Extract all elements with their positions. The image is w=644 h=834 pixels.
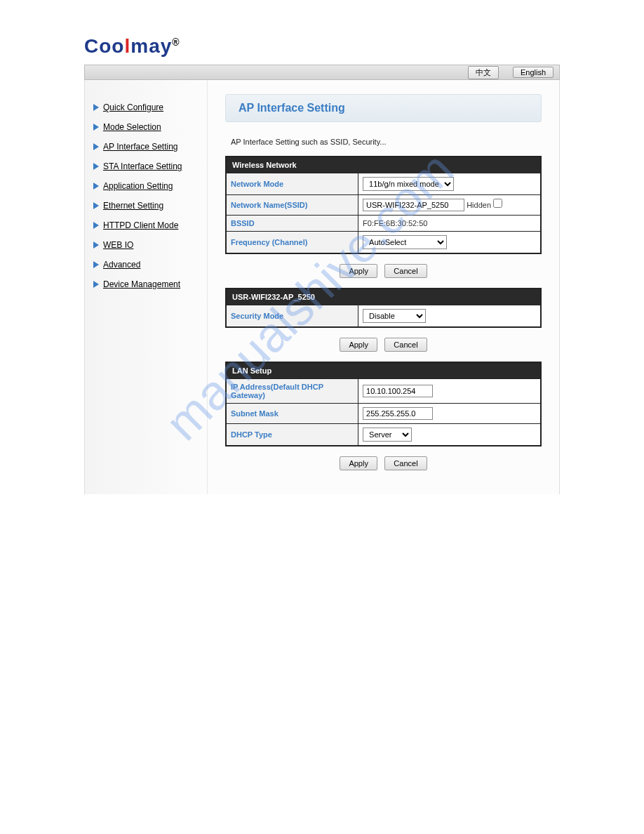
sidebar-item-quick-configure[interactable]: Quick Configure xyxy=(92,98,200,117)
sidebar-item-device-management[interactable]: Device Management xyxy=(92,274,200,294)
sidebar: Quick Configure Mode Selection AP Interf… xyxy=(85,80,208,494)
ssid-label: Network Name(SSID) xyxy=(226,195,358,216)
dhcp-type-select[interactable]: Server xyxy=(363,428,412,442)
arrow-icon xyxy=(93,183,99,190)
lang-chinese-button[interactable]: 中文 xyxy=(468,66,499,79)
ip-address-label: IP Address(Default DHCP Gateway) xyxy=(226,379,358,404)
sidebar-item-label: Device Management xyxy=(103,279,180,289)
bssid-label: BSSID xyxy=(226,216,358,232)
sidebar-item-label: WEB IO xyxy=(103,240,133,250)
apply-button[interactable]: Apply xyxy=(340,264,377,278)
arrow-icon xyxy=(93,163,99,170)
ip-address-input[interactable] xyxy=(363,385,433,397)
sidebar-item-label: Ethernet Setting xyxy=(103,201,163,211)
sidebar-item-ap-interface[interactable]: AP Interface Setting xyxy=(92,137,200,157)
arrow-icon xyxy=(93,143,99,150)
lan-head: LAN Setup xyxy=(226,362,541,379)
arrow-icon xyxy=(93,202,99,209)
page-description: AP Interface Setting such as SSID, Secur… xyxy=(225,135,542,156)
security-mode-label: Security Mode xyxy=(226,305,358,328)
cancel-button[interactable]: Cancel xyxy=(384,338,427,352)
arrow-icon xyxy=(93,222,99,229)
sidebar-item-label: HTTPD Client Mode xyxy=(103,220,178,230)
sidebar-item-application[interactable]: Application Setting xyxy=(92,176,200,196)
sidebar-item-label: Application Setting xyxy=(103,181,173,191)
ssid-input[interactable] xyxy=(363,199,464,211)
sidebar-item-ethernet[interactable]: Ethernet Setting xyxy=(92,196,200,216)
sidebar-item-sta-interface[interactable]: STA Interface Setting xyxy=(92,157,200,176)
logo: Coolmay® xyxy=(84,35,560,65)
wireless-head: Wireless Network xyxy=(226,157,541,173)
page-title-box: AP Interface Setting xyxy=(225,94,542,122)
main-content: AP Interface Setting AP Interface Settin… xyxy=(208,80,559,494)
language-bar: 中文 English xyxy=(84,65,560,80)
apply-button[interactable]: Apply xyxy=(340,338,377,352)
security-mode-select[interactable]: Disable xyxy=(363,309,426,323)
sidebar-item-mode-selection[interactable]: Mode Selection xyxy=(92,117,200,137)
sidebar-item-label: Mode Selection xyxy=(103,122,161,132)
sidebar-item-label: Quick Configure xyxy=(103,102,163,112)
network-mode-select[interactable]: 11b/g/n mixed mode xyxy=(363,177,454,191)
sidebar-item-web-io[interactable]: WEB IO xyxy=(92,235,200,255)
arrow-icon xyxy=(93,124,99,131)
dhcp-type-label: DHCP Type xyxy=(226,424,358,446)
subnet-mask-label: Subnet Mask xyxy=(226,404,358,424)
frequency-label: Frequency (Channel) xyxy=(226,232,358,254)
arrow-icon xyxy=(93,261,99,268)
lang-english-button[interactable]: English xyxy=(513,67,554,78)
lan-setup-table: LAN Setup IP Address(Default DHCP Gatewa… xyxy=(225,362,542,446)
frequency-select[interactable]: AutoSelect xyxy=(363,235,447,249)
apply-button[interactable]: Apply xyxy=(340,456,377,470)
arrow-icon xyxy=(93,281,99,288)
sidebar-item-label: Advanced xyxy=(103,260,140,270)
hidden-checkbox[interactable] xyxy=(493,199,502,208)
hidden-label: Hidden xyxy=(467,201,491,209)
arrow-icon xyxy=(93,104,99,111)
wireless-network-table: Wireless Network Network Mode 11b/g/n mi… xyxy=(225,156,542,254)
sidebar-item-label: STA Interface Setting xyxy=(103,161,182,171)
subnet-mask-input[interactable] xyxy=(363,407,433,420)
cancel-button[interactable]: Cancel xyxy=(384,456,427,470)
security-table: USR-WIFI232-AP_5250 Security Mode Disabl… xyxy=(225,288,542,328)
sidebar-item-label: AP Interface Setting xyxy=(103,142,178,152)
arrow-icon xyxy=(93,241,99,249)
security-head: USR-WIFI232-AP_5250 xyxy=(226,289,541,305)
bssid-value: F0:FE:6B:30:52:50 xyxy=(358,216,541,232)
sidebar-item-advanced[interactable]: Advanced xyxy=(92,255,200,274)
sidebar-item-httpd[interactable]: HTTPD Client Mode xyxy=(92,216,200,235)
cancel-button[interactable]: Cancel xyxy=(384,264,427,278)
page-title: AP Interface Setting xyxy=(239,102,528,114)
network-mode-label: Network Mode xyxy=(226,173,358,195)
